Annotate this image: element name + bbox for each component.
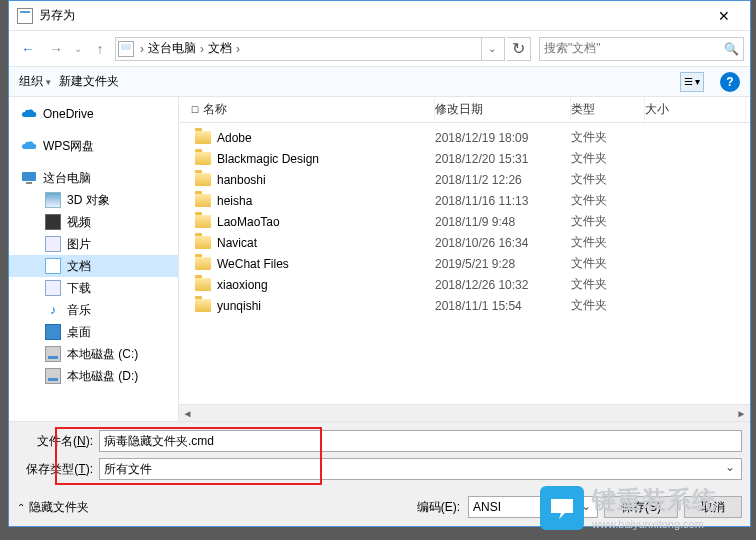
footer: ⌃ 隐藏文件夹 编码(E): ANSI 保存(S) 取消	[9, 492, 750, 526]
disk-icon	[45, 368, 61, 384]
sidebar-item-onedrive[interactable]: OneDrive	[9, 103, 178, 125]
file-name: yunqishi	[217, 299, 261, 313]
sidebar-item-desktop[interactable]: 桌面	[9, 321, 178, 343]
sidebar: OneDrive WPS网盘 这台电脑 3D 对象 视频 图片 文档 下载 ♪音…	[9, 97, 179, 421]
header-date[interactable]: 修改日期	[435, 97, 571, 122]
svg-rect-0	[22, 172, 36, 181]
file-date: 2018/10/26 16:34	[435, 236, 571, 250]
filetype-dropdown[interactable]: 所有文件	[99, 458, 742, 480]
table-row[interactable]: Adobe2018/12/19 18:09文件夹	[179, 127, 750, 148]
up-button[interactable]: ↑	[87, 36, 113, 62]
file-type: 文件夹	[571, 129, 645, 146]
sidebar-item-pc[interactable]: 这台电脑	[9, 167, 178, 189]
sidebar-label: 本地磁盘 (C:)	[67, 346, 138, 363]
pc-icon	[21, 170, 37, 186]
history-dropdown[interactable]: ⌄	[71, 43, 85, 54]
file-type: 文件夹	[571, 192, 645, 209]
wps-icon	[21, 138, 37, 154]
forward-button[interactable]: →	[43, 36, 69, 62]
file-name: Navicat	[217, 236, 257, 250]
save-button[interactable]: 保存(S)	[604, 496, 678, 518]
breadcrumb-1[interactable]: 这台电脑	[146, 40, 198, 57]
folder-icon	[195, 236, 211, 249]
desktop-icon	[45, 324, 61, 340]
filename-input[interactable]	[99, 430, 742, 452]
window-title: 另存为	[39, 7, 702, 24]
refresh-button[interactable]: ↻	[507, 37, 531, 61]
folder-icon	[195, 278, 211, 291]
file-date: 2018/11/1 15:54	[435, 299, 571, 313]
h-scrollbar[interactable]: ◄►	[179, 404, 750, 421]
help-icon[interactable]: ?	[720, 72, 740, 92]
sidebar-item-wps[interactable]: WPS网盘	[9, 135, 178, 157]
encoding-dropdown[interactable]: ANSI	[468, 496, 598, 518]
filename-row: 文件名(N):	[17, 430, 742, 452]
sidebar-item-docs[interactable]: 文档	[9, 255, 178, 277]
header-size[interactable]: 大小	[645, 97, 746, 122]
table-row[interactable]: Blackmagic Design2018/12/20 15:31文件夹	[179, 148, 750, 169]
app-icon	[17, 8, 33, 24]
chevron-up-icon: ⌃	[17, 502, 25, 513]
filename-label: 文件名(N):	[17, 433, 99, 450]
folder-icon	[195, 173, 211, 186]
view-mode: ☰ ▾	[680, 72, 704, 92]
sidebar-item-3d[interactable]: 3D 对象	[9, 189, 178, 211]
file-date: 2018/11/16 11:13	[435, 194, 571, 208]
sidebar-item-disk-c[interactable]: 本地磁盘 (C:)	[9, 343, 178, 365]
path-dropdown[interactable]: ⌄	[481, 38, 502, 60]
table-row[interactable]: hanboshi2018/11/2 12:26文件夹	[179, 169, 750, 190]
titlebar: 另存为 ✕	[9, 1, 750, 31]
search-input[interactable]: 搜索"文档" 🔍	[539, 37, 744, 61]
back-button[interactable]: ←	[15, 36, 41, 62]
onedrive-icon	[21, 106, 37, 122]
table-row[interactable]: heisha2018/11/16 11:13文件夹	[179, 190, 750, 211]
file-name: hanboshi	[217, 173, 266, 187]
file-date: 2019/5/21 9:28	[435, 257, 571, 271]
hide-folders-toggle[interactable]: ⌃ 隐藏文件夹	[17, 499, 89, 516]
organize-button[interactable]: 组织	[19, 73, 51, 90]
file-type: 文件夹	[571, 213, 645, 230]
folder-icon	[195, 299, 211, 312]
download-icon	[45, 280, 61, 296]
file-type: 文件夹	[571, 255, 645, 272]
file-name: xiaoxiong	[217, 278, 268, 292]
sidebar-item-disk-d[interactable]: 本地磁盘 (D:)	[9, 365, 178, 387]
sidebar-label: 桌面	[67, 324, 91, 341]
view-details-button[interactable]: ☰ ▾	[680, 72, 704, 92]
file-date: 2018/11/9 9:48	[435, 215, 571, 229]
file-name: WeChat Files	[217, 257, 289, 271]
file-type: 文件夹	[571, 297, 645, 314]
table-row[interactable]: Navicat2018/10/26 16:34文件夹	[179, 232, 750, 253]
file-type: 文件夹	[571, 171, 645, 188]
table-row[interactable]: xiaoxiong2018/12/26 10:32文件夹	[179, 274, 750, 295]
video-icon	[45, 214, 61, 230]
file-name: Adobe	[217, 131, 252, 145]
sidebar-label: 图片	[67, 236, 91, 253]
table-row[interactable]: yunqishi2018/11/1 15:54文件夹	[179, 295, 750, 316]
close-button[interactable]: ✕	[702, 2, 746, 30]
doc-icon	[45, 258, 61, 274]
folder-icon	[195, 131, 211, 144]
folder-icon	[195, 257, 211, 270]
column-headers: ☐名称 修改日期 类型 大小	[179, 97, 750, 123]
toolbar: 组织 新建文件夹 ☰ ▾ ?	[9, 67, 750, 97]
file-list[interactable]: Adobe2018/12/19 18:09文件夹Blackmagic Desig…	[179, 123, 750, 404]
cancel-button[interactable]: 取消	[684, 496, 742, 518]
sidebar-item-images[interactable]: 图片	[9, 233, 178, 255]
file-type: 文件夹	[571, 234, 645, 251]
sidebar-item-music[interactable]: ♪音乐	[9, 299, 178, 321]
sidebar-item-video[interactable]: 视频	[9, 211, 178, 233]
header-type[interactable]: 类型	[571, 97, 645, 122]
new-folder-button[interactable]: 新建文件夹	[59, 73, 119, 90]
breadcrumb-2[interactable]: 文档	[206, 40, 234, 57]
table-row[interactable]: LaoMaoTao2018/11/9 9:48文件夹	[179, 211, 750, 232]
3d-icon	[45, 192, 61, 208]
sidebar-label: 文档	[67, 258, 91, 275]
address-bar[interactable]: › 这台电脑 › 文档 › ⌄	[115, 37, 505, 61]
header-name[interactable]: ☐名称	[179, 97, 435, 122]
sidebar-label: 本地磁盘 (D:)	[67, 368, 138, 385]
file-date: 2018/12/26 10:32	[435, 278, 571, 292]
location-icon	[118, 41, 134, 57]
table-row[interactable]: WeChat Files2019/5/21 9:28文件夹	[179, 253, 750, 274]
sidebar-item-downloads[interactable]: 下载	[9, 277, 178, 299]
